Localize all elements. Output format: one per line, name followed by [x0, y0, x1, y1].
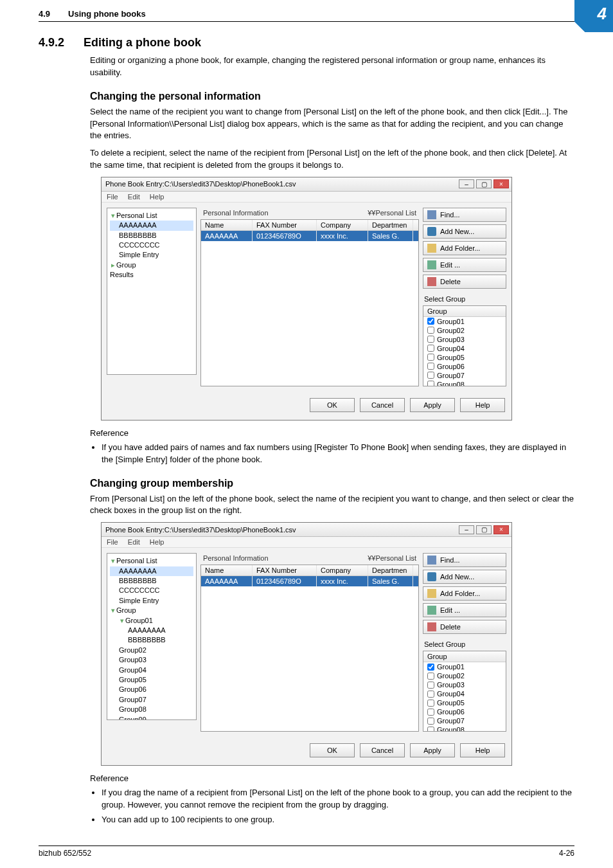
group-item[interactable]: Group02	[423, 326, 506, 335]
tree-group[interactable]: Group	[116, 606, 136, 614]
window-close-button[interactable]: ×	[493, 179, 509, 188]
tree-item[interactable]: Simple Entry	[119, 251, 159, 258]
delete-button[interactable]: Delete	[423, 620, 506, 634]
menu-file[interactable]: File	[107, 538, 118, 546]
tree-group-item[interactable]: Group05	[119, 676, 147, 683]
add-new-button[interactable]: Add New...	[423, 224, 506, 239]
table-row[interactable]: AAAAAAA 0123456789O xxxx Inc. Sales G.	[201, 576, 418, 586]
select-group-box[interactable]: Group Group01 Group02 Group03 Group04 Gr…	[423, 305, 506, 386]
group-checkbox[interactable]	[427, 336, 434, 343]
apply-button[interactable]: Apply	[410, 398, 455, 412]
tree-group-item[interactable]: Group06	[119, 685, 147, 693]
help-button[interactable]: Help	[460, 743, 505, 757]
group-checkbox[interactable]	[427, 372, 434, 379]
col-department[interactable]: Departmen	[368, 220, 413, 230]
tree-group-item[interactable]: Group07	[119, 696, 147, 703]
edit-button[interactable]: Edit ...	[423, 603, 506, 617]
window-minimize-button[interactable]: –	[459, 179, 474, 188]
tree-personal-list[interactable]: Personal List	[116, 557, 157, 565]
group-item[interactable]: Group05	[423, 698, 506, 707]
window-minimize-button[interactable]: –	[459, 525, 474, 534]
group-checkbox[interactable]	[427, 318, 434, 325]
ok-button[interactable]: OK	[310, 398, 355, 412]
group-item[interactable]: Group03	[423, 335, 506, 344]
col-fax[interactable]: FAX Number	[253, 220, 317, 230]
tree-item[interactable]: BBBBBBBB	[119, 231, 157, 239]
menu-edit[interactable]: Edit	[128, 193, 140, 201]
tree-personal-list[interactable]: Personal List	[116, 212, 157, 219]
add-folder-button[interactable]: Add Folder...	[423, 241, 506, 255]
group-checkbox[interactable]	[427, 682, 434, 689]
group-item[interactable]: Group01	[423, 662, 506, 671]
group-item[interactable]: Group07	[423, 716, 506, 725]
recipient-table[interactable]: Name FAX Number Company Departmen AAAAAA…	[200, 219, 419, 386]
group-item[interactable]: Group06	[423, 707, 506, 716]
group-checkbox[interactable]	[427, 727, 434, 732]
group-item[interactable]: Group05	[423, 353, 506, 362]
group-item[interactable]: Group02	[423, 671, 506, 680]
window-maximize-button[interactable]: ▢	[476, 525, 492, 534]
group-item[interactable]: Group04	[423, 689, 506, 698]
group-item[interactable]: Group07	[423, 371, 506, 380]
apply-button[interactable]: Apply	[410, 743, 455, 757]
select-group-box[interactable]: Group Group01 Group02 Group03 Group04 Gr…	[423, 651, 506, 732]
group-item[interactable]: Group08	[423, 380, 506, 386]
group-checkbox[interactable]	[427, 363, 434, 370]
tree-group-item[interactable]: Group01	[125, 617, 153, 624]
ok-button[interactable]: OK	[310, 743, 355, 757]
group-checkbox[interactable]	[427, 700, 434, 707]
tree-item[interactable]: BBBBBBBB	[128, 636, 166, 644]
window-maximize-button[interactable]: ▢	[476, 179, 492, 188]
cancel-button[interactable]: Cancel	[360, 743, 405, 757]
tree-results[interactable]: Results	[110, 271, 134, 278]
group-item[interactable]: Group08	[423, 725, 506, 732]
menu-help[interactable]: Help	[150, 538, 164, 546]
add-folder-button[interactable]: Add Folder...	[423, 586, 506, 601]
delete-button[interactable]: Delete	[423, 275, 506, 289]
group-checkbox[interactable]	[427, 327, 434, 334]
tree-item[interactable]: AAAAAAAA	[119, 221, 157, 229]
group-checkbox[interactable]	[427, 354, 434, 361]
group-item[interactable]: Group04	[423, 344, 506, 353]
add-new-button[interactable]: Add New...	[423, 570, 506, 584]
col-company[interactable]: Company	[317, 220, 368, 230]
table-row[interactable]: AAAAAAA 0123456789O xxxx Inc. Sales G.	[201, 231, 418, 241]
tree-item[interactable]: AAAAAAAA	[128, 626, 166, 634]
col-department[interactable]: Departmen	[368, 565, 413, 575]
tree-group-item[interactable]: Group04	[119, 666, 147, 674]
find-button[interactable]: Find...	[423, 553, 506, 567]
group-checkbox[interactable]	[427, 673, 434, 680]
group-checkbox[interactable]	[427, 381, 434, 386]
group-item[interactable]: Group06	[423, 362, 506, 371]
menu-file[interactable]: File	[107, 193, 118, 201]
tree-group-item[interactable]: Group03	[119, 656, 147, 664]
tree-group-item[interactable]: Group09	[119, 716, 147, 721]
tree-panel[interactable]: ▾Personal List AAAAAAAA BBBBBBBB CCCCCCC…	[107, 208, 197, 375]
tree-panel[interactable]: ▾Personal List AAAAAAAA BBBBBBBB CCCCCCC…	[107, 553, 197, 720]
menu-edit[interactable]: Edit	[128, 538, 140, 546]
find-button[interactable]: Find...	[423, 208, 506, 222]
window-close-button[interactable]: ×	[493, 525, 509, 534]
recipient-table[interactable]: Name FAX Number Company Departmen AAAAAA…	[200, 565, 419, 732]
tree-item[interactable]: CCCCCCCC	[119, 241, 160, 249]
tree-group-item[interactable]: Group02	[119, 646, 147, 654]
cancel-button[interactable]: Cancel	[360, 398, 405, 412]
group-checkbox[interactable]	[427, 709, 434, 716]
tree-group[interactable]: Group	[116, 261, 136, 269]
help-button[interactable]: Help	[460, 398, 505, 412]
group-checkbox[interactable]	[427, 664, 434, 671]
col-name[interactable]: Name	[201, 220, 253, 230]
menu-help[interactable]: Help	[150, 193, 164, 201]
tree-item[interactable]: Simple Entry	[119, 597, 159, 604]
col-fax[interactable]: FAX Number	[253, 565, 317, 575]
tree-item[interactable]: BBBBBBBB	[119, 577, 157, 584]
col-name[interactable]: Name	[201, 565, 253, 575]
tree-item[interactable]: AAAAAAAA	[119, 567, 157, 575]
group-checkbox[interactable]	[427, 718, 434, 725]
col-company[interactable]: Company	[317, 565, 368, 575]
group-item[interactable]: Group03	[423, 680, 506, 689]
group-checkbox[interactable]	[427, 345, 434, 352]
edit-button[interactable]: Edit ...	[423, 258, 506, 272]
tree-item[interactable]: CCCCCCCC	[119, 586, 160, 594]
group-item[interactable]: Group01	[423, 317, 506, 326]
